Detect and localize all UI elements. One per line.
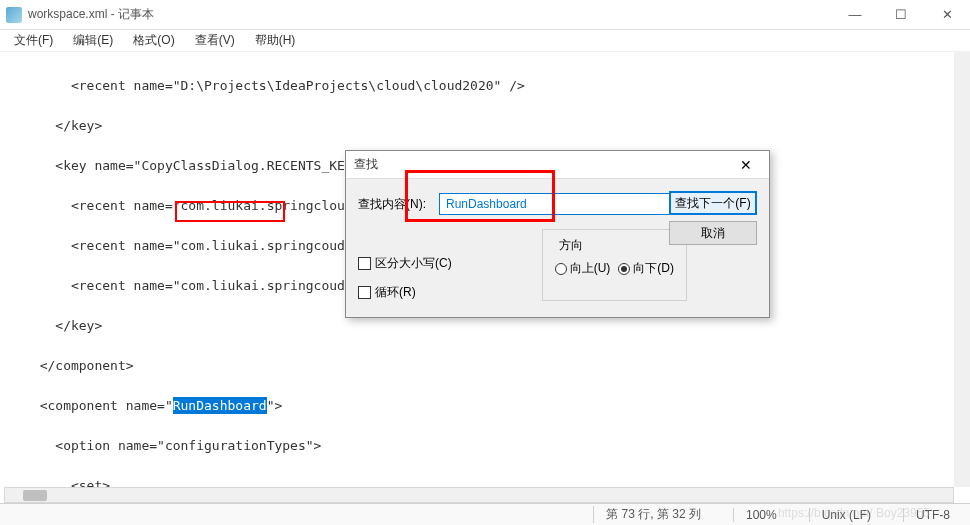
code-line: </key>	[4, 316, 970, 336]
checkbox-icon	[358, 257, 371, 270]
find-dialog: 查找 ✕ 查找内容(N): 查找下一个(F) 取消 区分大小写(C) 循环(R)	[345, 150, 770, 318]
status-line-ending: Unix (LF)	[809, 508, 883, 522]
checkbox-icon	[358, 286, 371, 299]
maximize-button[interactable]: ☐	[878, 0, 924, 30]
loop-checkbox[interactable]: 循环(R)	[358, 284, 452, 301]
dialog-title: 查找	[354, 156, 378, 173]
code-line: <recent name="D:\Projects\IdeaProjects\c…	[4, 76, 970, 96]
dialog-close-button[interactable]: ✕	[731, 152, 761, 178]
menu-format[interactable]: 格式(O)	[125, 30, 182, 51]
notepad-icon	[6, 7, 22, 23]
direction-up-radio[interactable]: 向上(U)	[555, 260, 611, 277]
minimize-button[interactable]: —	[832, 0, 878, 30]
direction-down-radio[interactable]: 向下(D)	[618, 260, 674, 277]
menubar: 文件(F) 编辑(E) 格式(O) 查看(V) 帮助(H)	[0, 30, 970, 52]
menu-help[interactable]: 帮助(H)	[247, 30, 304, 51]
menu-view[interactable]: 查看(V)	[187, 30, 243, 51]
statusbar: 第 73 行, 第 32 列 100% Unix (LF) UTF-8	[0, 503, 970, 525]
vertical-scrollbar[interactable]	[954, 52, 970, 487]
window-title: workspace.xml - 记事本	[28, 6, 154, 23]
code-line: <option name="configurationTypes">	[4, 436, 970, 456]
radio-icon	[618, 263, 630, 275]
code-line: <component name="RunDashboard">	[4, 396, 970, 416]
code-line: </component>	[4, 356, 970, 376]
radio-icon	[555, 263, 567, 275]
code-line: </key>	[4, 116, 970, 136]
status-encoding: UTF-8	[903, 508, 962, 522]
status-zoom: 100%	[733, 508, 789, 522]
match-case-checkbox[interactable]: 区分大小写(C)	[358, 255, 452, 272]
cancel-button[interactable]: 取消	[669, 221, 757, 245]
horizontal-scrollbar[interactable]	[4, 487, 954, 503]
close-button[interactable]: ✕	[924, 0, 970, 30]
titlebar: workspace.xml - 记事本 — ☐ ✕	[0, 0, 970, 30]
dialog-body: 查找内容(N): 查找下一个(F) 取消 区分大小写(C) 循环(R) 方向	[346, 179, 769, 317]
dialog-titlebar[interactable]: 查找 ✕	[346, 151, 769, 179]
status-position: 第 73 行, 第 32 列	[593, 506, 713, 523]
find-label: 查找内容(N):	[358, 196, 433, 213]
direction-label: 方向	[555, 237, 587, 254]
menu-file[interactable]: 文件(F)	[6, 30, 61, 51]
window-controls: — ☐ ✕	[832, 0, 970, 30]
scrollbar-thumb[interactable]	[23, 490, 47, 501]
direction-group: 方向 向上(U) 向下(D)	[542, 229, 687, 301]
find-next-button[interactable]: 查找下一个(F)	[669, 191, 757, 215]
search-highlight: RunDashboard	[173, 397, 267, 414]
menu-edit[interactable]: 编辑(E)	[65, 30, 121, 51]
